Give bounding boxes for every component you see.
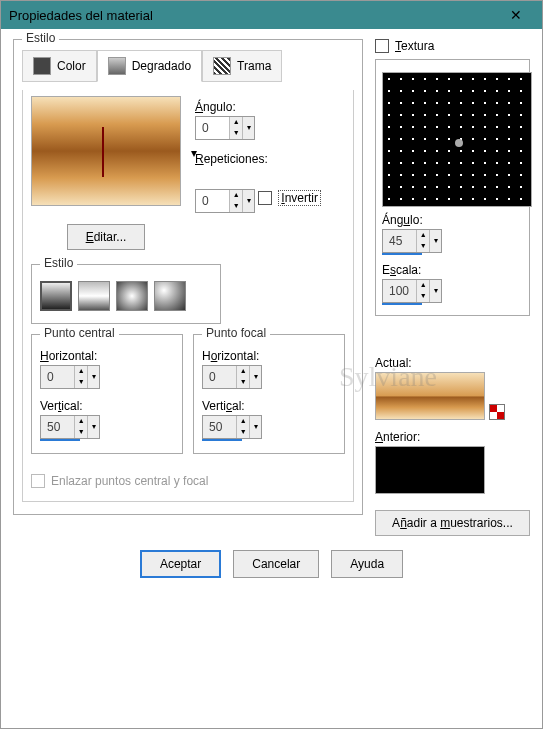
- tex-angulo-spinner: 45 ▲▼ ▾: [382, 229, 442, 253]
- enlazar-label: Enlazar puntos central y focal: [51, 474, 208, 488]
- estilo-fieldset: Estilo Color Degradado Trama: [13, 39, 363, 515]
- tab-trama[interactable]: Trama: [202, 50, 282, 82]
- pf-horizontal-label: Horizontal:: [202, 349, 336, 363]
- pf-vertical-label: Vertical:: [202, 399, 336, 413]
- tab-color-label: Color: [57, 59, 86, 73]
- close-icon[interactable]: ✕: [498, 7, 534, 23]
- anadir-muestrarios-button[interactable]: Añadir a muestrarios...: [375, 510, 530, 536]
- pc-vertical-label: Vertical:: [40, 399, 174, 413]
- pf-horizontal-value: 0: [203, 366, 236, 388]
- swatch-pattern-icon: [213, 57, 231, 75]
- pc-horizontal-spinner: 0 ▲▼ ▾: [40, 365, 100, 389]
- textura-checkbox[interactable]: Textura: [375, 39, 530, 53]
- transparency-icon[interactable]: [489, 404, 505, 420]
- tab-trama-label: Trama: [237, 59, 271, 73]
- punto-focal-fieldset: Punto focal Horizontal: 0 ▲▼ ▾ Vertical:…: [193, 334, 345, 454]
- gradient-preview[interactable]: [31, 96, 181, 206]
- pc-vertical-value: 50: [41, 416, 74, 438]
- angulo-label: Ángulo:: [195, 100, 321, 114]
- cancelar-button[interactable]: Cancelar: [233, 550, 319, 578]
- estilo-inner-legend: Estilo: [40, 256, 77, 270]
- tex-escala-spinner: 100 ▲▼ ▾: [382, 279, 442, 303]
- tex-escala-value: 100: [383, 280, 416, 302]
- pf-vertical-spinner: 50 ▲▼ ▾: [202, 415, 262, 439]
- textura-label: Textura: [395, 39, 434, 53]
- tex-angulo-value: 45: [383, 230, 416, 252]
- textura-panel: Ángulo: 45 ▲▼ ▾ Escala: 100 ▲▼ ▾: [375, 59, 530, 316]
- swatch-color-icon: [33, 57, 51, 75]
- footer: Aceptar Cancelar Ayuda: [13, 550, 530, 578]
- arrow-up-icon[interactable]: ▲: [230, 190, 242, 201]
- tex-angulo-label: Ángulo:: [382, 213, 523, 227]
- ayuda-button[interactable]: Ayuda: [331, 550, 403, 578]
- estilo-swatch-radial[interactable]: [116, 281, 148, 311]
- anterior-swatch[interactable]: [375, 446, 485, 494]
- angulo-value[interactable]: 0: [196, 117, 229, 139]
- repeticiones-value[interactable]: 0: [196, 190, 229, 212]
- aceptar-button[interactable]: Aceptar: [140, 550, 221, 578]
- tex-escala-label: Escala:: [382, 263, 523, 277]
- checkbox-icon[interactable]: [258, 191, 272, 205]
- pf-vertical-value: 50: [203, 416, 236, 438]
- chevron-down-icon[interactable]: ▾: [242, 190, 254, 212]
- chevron-down-icon[interactable]: ▾: [242, 117, 254, 139]
- pf-horizontal-spinner: 0 ▲▼ ▾: [202, 365, 262, 389]
- texture-preview[interactable]: [382, 72, 532, 207]
- swatch-gradient-icon: [108, 57, 126, 75]
- actual-swatch[interactable]: [375, 372, 485, 420]
- arrow-up-icon[interactable]: ▲: [230, 117, 242, 128]
- actual-label: Actual:: [375, 356, 530, 370]
- anterior-label: Anterior:: [375, 430, 530, 444]
- estilo-swatch-spotlight[interactable]: [154, 281, 186, 311]
- checkbox-icon[interactable]: [375, 39, 389, 53]
- invertir-checkbox[interactable]: Invertir: [258, 190, 321, 206]
- arrow-down-icon[interactable]: ▼: [230, 201, 242, 212]
- estilo-inner-fieldset: Estilo: [31, 264, 221, 324]
- punto-central-legend: Punto central: [40, 326, 119, 340]
- pc-horizontal-value: 0: [41, 366, 74, 388]
- pc-vertical-spinner: 50 ▲▼ ▾: [40, 415, 100, 439]
- chevron-down-icon[interactable]: ▾: [191, 146, 197, 160]
- enlazar-checkbox: Enlazar puntos central y focal: [31, 474, 208, 488]
- tab-color[interactable]: Color: [22, 50, 97, 82]
- pc-horizontal-label: Horizontal:: [40, 349, 174, 363]
- degradado-panel: ▾ EEditar...ditar... Ángulo: 0 ▲▼ ▾: [22, 90, 354, 502]
- repeticiones-label: Repeticiones:: [195, 152, 321, 166]
- estilo-swatch-reflected[interactable]: [78, 281, 110, 311]
- estilo-swatch-linear[interactable]: [40, 281, 72, 311]
- checkbox-icon: [31, 474, 45, 488]
- punto-central-fieldset: Punto central Horizontal: 0 ▲▼ ▾ Vertica…: [31, 334, 183, 454]
- window-title: Propiedades del material: [9, 8, 498, 23]
- tab-degradado[interactable]: Degradado: [97, 50, 202, 82]
- tabs: Color Degradado Trama: [22, 50, 354, 82]
- editar-button[interactable]: EEditar...ditar...: [67, 224, 146, 250]
- tab-degradado-label: Degradado: [132, 59, 191, 73]
- title-bar: Propiedades del material ✕: [1, 1, 542, 29]
- repeticiones-spinner[interactable]: 0 ▲▼ ▾: [195, 189, 255, 213]
- punto-focal-legend: Punto focal: [202, 326, 270, 340]
- arrow-down-icon[interactable]: ▼: [230, 128, 242, 139]
- invertir-label: Invertir: [278, 190, 321, 206]
- angulo-spinner[interactable]: 0 ▲▼ ▾: [195, 116, 255, 140]
- estilo-legend: Estilo: [22, 31, 59, 45]
